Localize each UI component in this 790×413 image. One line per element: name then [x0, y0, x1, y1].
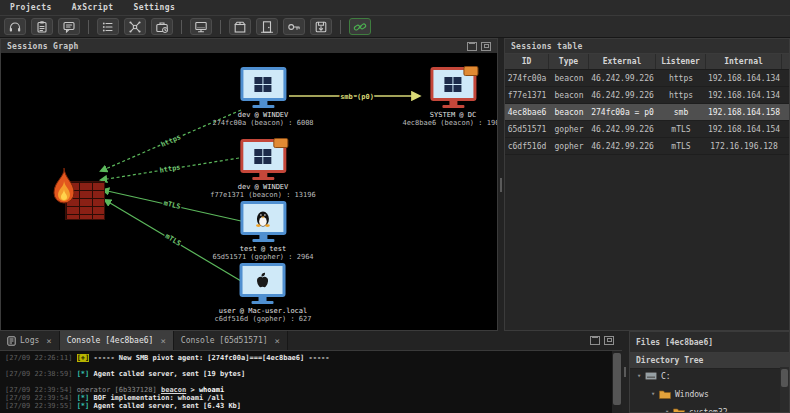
float-panel-icon[interactable] [467, 42, 477, 51]
table-cell: 192.168.164.154 [706, 121, 782, 137]
table-row[interactable]: 4ec8bae6beacon274fc00a = p0smb192.168.16… [505, 104, 789, 121]
console-output[interactable]: [27/09 22:26:11] [+] ----- New SMB pivot… [0, 351, 612, 413]
toolbar-button-monitor[interactable] [190, 18, 212, 35]
graph-node-4ec8bae6[interactable]: SYSTEM @ DC 4ec8bae6 (beacon) : 1904 [402, 67, 497, 127]
console-link[interactable]: beacon [161, 386, 186, 394]
toolbar-button-headphones[interactable] [4, 18, 26, 35]
graph-node-274fc00a[interactable]: dev @ WINDEV 274fc00a (beacon) : 6008 [212, 67, 313, 127]
edge-label-smb: smb (p0) [340, 93, 374, 101]
sessions-graph-panel: Sessions Graph smb (p0) https https [0, 38, 498, 331]
table-cell: beacon [549, 70, 589, 86]
table-cell: 192.168.164.158 [706, 104, 782, 120]
column-header[interactable]: Type [549, 54, 589, 69]
menu-axscript[interactable]: AxScript [72, 3, 114, 12]
toolbar-button-clipboard[interactable] [31, 18, 53, 35]
tree-item-label: system32 [689, 408, 728, 413]
table-row[interactable]: c6df516dgopher46.242.99.226mTLS172.16.19… [505, 138, 789, 155]
table-cell: https [656, 87, 706, 103]
toolbar-button-save[interactable] [310, 18, 332, 35]
table-cell: 172.16.196.128 [706, 138, 782, 154]
table-row[interactable]: 274fc00abeacon46.242.99.226https192.168.… [505, 70, 789, 87]
elevated-badge-icon [273, 138, 288, 148]
toolbar-button-network[interactable] [124, 18, 146, 35]
table-cell: 192.168.164.134 [706, 87, 782, 103]
close-icon[interactable]: × [46, 336, 51, 346]
toolbar-separator [88, 20, 89, 34]
console-line: [27/09 22:38:59] [*] Agent called server… [5, 370, 607, 378]
table-cell: 4ec8bae6 [505, 104, 549, 120]
menu-projects[interactable]: Projects [10, 3, 52, 12]
tab-console-4ec8bae6[interactable]: Console [4ec8bae6] × [60, 331, 174, 350]
table-cell: 274fc00a [505, 70, 549, 86]
toolbar-separator [181, 20, 182, 34]
files-panel: Files [4ec8bae6] Directory Tree ▾C:▾Wind… [629, 331, 790, 413]
toolbar-button-package[interactable] [229, 18, 251, 35]
expander-icon[interactable]: ▾ [635, 372, 643, 380]
toolbar-button-briefcase[interactable] [151, 18, 173, 35]
table-row[interactable]: f77e1371beacon46.242.99.226https192.168.… [505, 87, 789, 104]
table-cell: https [656, 70, 706, 86]
toolbar-separator [340, 20, 341, 34]
windows-logo-icon [254, 149, 271, 164]
menu-settings[interactable]: Settings [133, 3, 175, 12]
package-icon [233, 20, 247, 34]
table-cell: 46.242.99.226 [589, 70, 656, 86]
toolbar-button-door[interactable] [256, 18, 278, 35]
expander-icon[interactable]: ▾ [663, 408, 671, 412]
toolbar-button-link[interactable] [349, 18, 371, 35]
table-cell: DO [782, 104, 790, 120]
column-header[interactable]: External [589, 54, 656, 69]
float-panel-icon[interactable] [590, 336, 600, 345]
toolbar-separator [220, 20, 221, 34]
graph-node-c6df516d[interactable]: user @ Mac-user.local c6df516d (gopher) … [215, 263, 312, 323]
tab-console-65d51571[interactable]: Console [65d51571] × [174, 331, 288, 350]
graph-node-65d51571[interactable]: test @ test 65d51571 (gopher) : 2964 [212, 201, 313, 261]
expander-icon[interactable]: ▾ [649, 390, 657, 398]
menu-bar: Projects AxScript Settings [0, 0, 790, 15]
table-cell: c6df516d [505, 138, 549, 154]
console-line [5, 362, 607, 370]
close-icon[interactable]: × [275, 336, 280, 346]
flame-icon [49, 167, 79, 209]
tree-item-system32[interactable]: ▾system32 [630, 403, 780, 412]
sessions-graph-title: Sessions Graph [7, 42, 79, 51]
dock-panel-icon[interactable] [481, 42, 491, 51]
graph-node-f77e1371[interactable]: dev @ WINDEV f77e1371 (beacon) : 13196 [210, 139, 315, 199]
toolbar-button-key[interactable] [283, 18, 305, 35]
tree-item-c-[interactable]: ▾C: [630, 367, 780, 385]
console-scrollbar[interactable] [612, 351, 622, 413]
folder-icon [673, 407, 685, 412]
sessions-graph-header: Sessions Graph [1, 39, 497, 54]
sessions-table-body: 274fc00abeacon46.242.99.226https192.168.… [505, 70, 789, 155]
sessions-graph-canvas[interactable]: smb (p0) https https mTLS mTLS dev @ W [1, 53, 497, 330]
column-header[interactable]: Internal [706, 54, 782, 69]
toolbar [0, 15, 790, 38]
files-scrollbar[interactable] [780, 367, 789, 412]
key-icon [287, 20, 301, 34]
table-cell: mTLS [656, 121, 706, 137]
close-icon[interactable]: × [160, 336, 165, 346]
table-cell: beacon [549, 87, 589, 103]
toolbar-button-list[interactable] [97, 18, 119, 35]
node-sublabel: 65d51571 (gopher) : 2964 [212, 253, 313, 261]
table-row[interactable]: 65d51571gopher46.242.99.226mTLS192.168.1… [505, 121, 789, 138]
node-label: SYSTEM @ DC [430, 111, 476, 119]
node-label: dev @ WINDEV [238, 111, 289, 119]
vertical-splitter[interactable] [622, 331, 629, 413]
tree-item-windows[interactable]: ▾Windows [630, 385, 780, 403]
monitor-icon [194, 20, 208, 34]
folder-icon [659, 389, 671, 399]
sessions-table-title: Sessions table [511, 42, 583, 51]
tree-item-label: C: [661, 372, 671, 381]
door-icon [260, 20, 274, 34]
column-header[interactable] [782, 54, 790, 69]
console-line: [27/09 22:39:55] [*] Agent called server… [5, 402, 607, 410]
table-cell: 46.242.99.226 [589, 121, 656, 137]
column-header[interactable]: Listener [656, 54, 706, 69]
toolbar-button-chat[interactable] [58, 18, 80, 35]
tab-label: Logs [20, 336, 39, 345]
dock-panel-icon[interactable] [604, 336, 614, 345]
tab-logs[interactable]: Logs × [0, 331, 60, 350]
table-cell: 46.242.99.226 [589, 138, 656, 154]
column-header[interactable]: ID [505, 54, 549, 69]
